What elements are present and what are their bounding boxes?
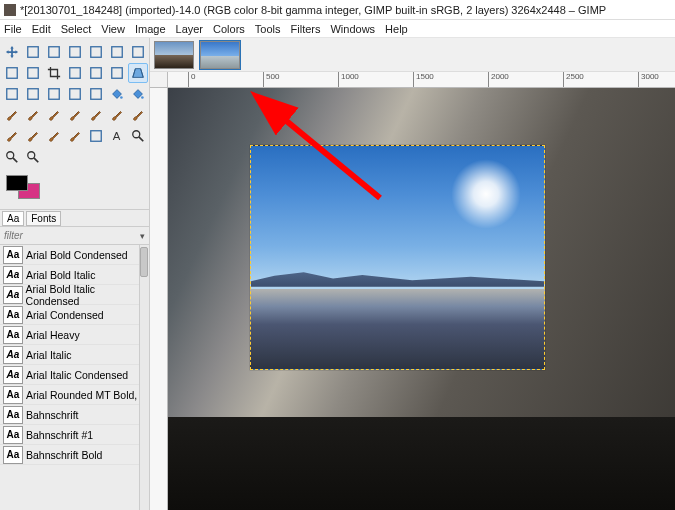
path-tool[interactable] bbox=[86, 126, 106, 146]
smudge-tool[interactable] bbox=[23, 126, 43, 146]
fonts-tab[interactable]: Aa bbox=[2, 211, 24, 226]
eraser-tool[interactable] bbox=[44, 105, 64, 125]
warp-tool[interactable] bbox=[86, 84, 106, 104]
font-name: Arial Bold Italic bbox=[26, 269, 95, 281]
free-select-tool[interactable] bbox=[86, 42, 106, 62]
font-sample-icon: Aa bbox=[3, 326, 23, 344]
scissors-select-tool[interactable] bbox=[2, 63, 22, 83]
move-tool[interactable] bbox=[2, 42, 22, 62]
font-row[interactable]: AaArial Bold Condensed bbox=[0, 245, 149, 265]
font-filter-input[interactable] bbox=[0, 228, 135, 243]
blur-tool[interactable] bbox=[44, 126, 64, 146]
font-row[interactable]: AaArial Rounded MT Bold, bbox=[0, 385, 149, 405]
scale-tool[interactable] bbox=[86, 63, 106, 83]
font-filter-row: ▾ bbox=[0, 227, 149, 245]
fg-bg-swatch[interactable] bbox=[0, 169, 149, 209]
cage-tool[interactable] bbox=[65, 84, 85, 104]
ink-tool[interactable] bbox=[86, 105, 106, 125]
heal-tool[interactable] bbox=[2, 126, 22, 146]
toolbox: A bbox=[0, 38, 149, 169]
image-thumbstrip bbox=[150, 38, 675, 72]
canvas-viewport[interactable] bbox=[168, 88, 675, 510]
font-scrollbar-thumb[interactable] bbox=[140, 247, 148, 277]
svg-text:A: A bbox=[113, 130, 121, 142]
svg-rect-10 bbox=[112, 68, 123, 79]
font-sample-icon: Aa bbox=[3, 286, 23, 304]
font-row[interactable]: AaArial Italic bbox=[0, 345, 149, 365]
svg-rect-3 bbox=[91, 47, 102, 58]
font-sample-icon: Aa bbox=[3, 346, 23, 364]
menu-filters[interactable]: Filters bbox=[291, 23, 321, 35]
menu-layer[interactable]: Layer bbox=[176, 23, 204, 35]
font-sample-icon: Aa bbox=[3, 266, 23, 284]
text-tool[interactable]: A bbox=[107, 126, 127, 146]
filter-dropdown-icon[interactable]: ▾ bbox=[135, 231, 149, 241]
font-sample-icon: Aa bbox=[3, 446, 23, 464]
font-name: Arial Bold Italic Condensed bbox=[26, 283, 149, 307]
menu-file[interactable]: File bbox=[4, 23, 22, 35]
menu-windows[interactable]: Windows bbox=[330, 23, 375, 35]
menu-help[interactable]: Help bbox=[385, 23, 408, 35]
font-row[interactable]: AaBahnschrift bbox=[0, 405, 149, 425]
svg-rect-5 bbox=[133, 47, 144, 58]
ruler-tick: 2500 bbox=[563, 72, 584, 88]
crop-tool[interactable] bbox=[44, 63, 64, 83]
floating-selection[interactable] bbox=[250, 145, 545, 370]
svg-point-26 bbox=[28, 152, 35, 159]
clone-tool[interactable] bbox=[128, 105, 148, 125]
rect-select-tool[interactable] bbox=[44, 42, 64, 62]
menu-bar: File Edit Select View Image Layer Colors… bbox=[0, 20, 675, 38]
ruler-tick: 500 bbox=[263, 72, 279, 88]
font-name: Bahnschrift bbox=[26, 409, 79, 421]
svg-rect-20 bbox=[91, 131, 102, 142]
svg-rect-0 bbox=[28, 47, 39, 58]
font-row[interactable]: AaBahnschrift #1 bbox=[0, 425, 149, 445]
shear-tool[interactable] bbox=[107, 63, 127, 83]
ellipse-select-tool[interactable] bbox=[65, 42, 85, 62]
svg-rect-6 bbox=[7, 68, 18, 79]
menu-select[interactable]: Select bbox=[61, 23, 92, 35]
perspective-tool[interactable] bbox=[128, 63, 148, 83]
font-row[interactable]: AaArial Italic Condensed bbox=[0, 365, 149, 385]
svg-rect-13 bbox=[7, 89, 18, 100]
by-color-select-tool[interactable] bbox=[128, 42, 148, 62]
image-thumb-2[interactable] bbox=[200, 41, 240, 69]
dodge-burn-tool[interactable] bbox=[65, 126, 85, 146]
font-name: Bahnschrift #1 bbox=[26, 429, 93, 441]
font-row[interactable]: AaArial Condensed bbox=[0, 305, 149, 325]
svg-rect-1 bbox=[49, 47, 60, 58]
zoom-tool[interactable] bbox=[23, 147, 43, 167]
font-name: Bahnschrift Bold bbox=[26, 449, 102, 461]
fg-color-swatch[interactable] bbox=[6, 175, 28, 191]
gradient-tool[interactable] bbox=[128, 84, 148, 104]
svg-rect-8 bbox=[70, 68, 81, 79]
menu-colors[interactable]: Colors bbox=[213, 23, 245, 35]
fuzzy-select-tool[interactable] bbox=[107, 42, 127, 62]
rotate-tool[interactable] bbox=[65, 63, 85, 83]
image-thumb-1[interactable] bbox=[154, 41, 194, 69]
color-picker-tool[interactable] bbox=[128, 126, 148, 146]
font-row[interactable]: AaBahnschrift Bold bbox=[0, 445, 149, 465]
font-scrollbar[interactable] bbox=[139, 245, 149, 510]
unified-transform-tool[interactable] bbox=[2, 84, 22, 104]
fonts-label-tab[interactable]: Fonts bbox=[26, 211, 61, 226]
menu-view[interactable]: View bbox=[101, 23, 125, 35]
handle-transform-tool[interactable] bbox=[23, 84, 43, 104]
menu-image[interactable]: Image bbox=[135, 23, 166, 35]
align-tool[interactable] bbox=[23, 42, 43, 62]
measure-tool[interactable] bbox=[2, 147, 22, 167]
menu-tools[interactable]: Tools bbox=[255, 23, 281, 35]
mypaint-brush-tool[interactable] bbox=[107, 105, 127, 125]
foreground-select-tool[interactable] bbox=[23, 63, 43, 83]
paintbrush-tool[interactable] bbox=[23, 105, 43, 125]
font-row[interactable]: AaArial Bold Italic Condensed bbox=[0, 285, 149, 305]
pencil-tool[interactable] bbox=[2, 105, 22, 125]
font-name: Arial Heavy bbox=[26, 329, 80, 341]
ruler-tick: 1000 bbox=[338, 72, 359, 88]
font-row[interactable]: AaArial Heavy bbox=[0, 325, 149, 345]
font-sample-icon: Aa bbox=[3, 386, 23, 404]
airbrush-tool[interactable] bbox=[65, 105, 85, 125]
flip-tool[interactable] bbox=[44, 84, 64, 104]
menu-edit[interactable]: Edit bbox=[32, 23, 51, 35]
bucket-fill-tool[interactable] bbox=[107, 84, 127, 104]
